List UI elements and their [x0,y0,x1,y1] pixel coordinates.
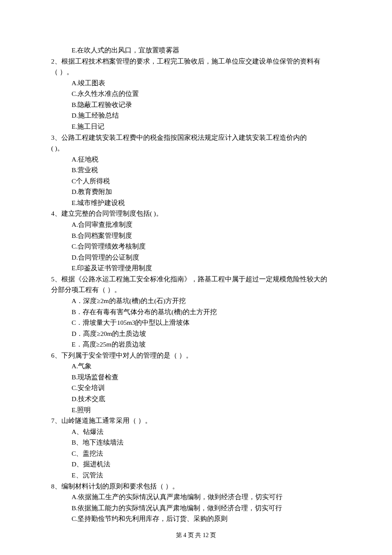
option-b: B.依据施工能力的实际情况认真严肃地编制，做到经济合理，切实可行 [51,503,341,514]
question-3: 3、公路工程建筑安装工程费中的税金指按国家税法规定应计入建筑安装工程造价内的 (… [51,132,341,208]
option-b: B.现场监督检查 [51,372,341,383]
question-4: 4、建立完整的合同管理制度包括( )。 A.合同审查批准制度 B.合同档案管理制… [51,208,341,273]
option-d: D.技术交底 [51,393,341,405]
option-a: A．深度≥2m的基坑(槽)的土(石)方开挖 [51,295,341,306]
option-a: A、钻爆法 [51,426,341,437]
stem-text: 根据《公路水运工程施工安全标准化指南》，路基工程中属于超过一定规模危险性较大的 [61,275,327,283]
option-b: B、地下连续墙法 [51,437,341,448]
option-a: A.竣工图表 [51,78,341,89]
stem-continuation: 分部分项工程有（ ）。 [51,284,341,295]
stem-text: 编制材料计划的原则和要求包括（ ）。 [61,483,179,490]
option-b: B.营业税 [51,165,341,176]
option-e: E．高度≥25m的岩质边坡 [51,339,341,350]
question-6: 6、下列属于安全管理中对人的管理的是（ ）。 A.气象 B.现场监督检查 C.安… [51,350,341,415]
question-number: 3、 [51,134,61,141]
question-number: 4、 [51,210,61,217]
stem-continuation: （ ）。 [51,66,341,78]
question-2: 2、根据工程技术档案管理的要求，工程完工验收后，施工单位应交建设单位保管的资料有… [51,56,341,132]
question-stem: 6、下列属于安全管理中对人的管理的是（ ）。 [51,350,341,361]
stem-text: 根据工程技术档案管理的要求，工程完工验收后，施工单位应交建设单位保管的资料有 [61,58,320,65]
option-c: C.合同管理绩效考核制度 [51,241,341,252]
option-b: B．存在有毒有害气体分布的基坑(槽)的土方开挖 [51,306,341,318]
option-d: D．高度≥20m的土质边坡 [51,328,341,339]
option-e: E.施工日记 [51,121,341,132]
question-number: 8、 [51,483,61,490]
option-a: A.征地税 [51,154,341,165]
document-page: E.在吹人式的出风口，宜放置喷雾器 2、根据工程技术档案管理的要求，工程完工验收… [0,0,392,555]
option-a: A.合同审查批准制度 [51,219,341,230]
question-stem: 7、山岭隧道施工通常采用（ ）。 [51,415,341,426]
stem-text: 山岭隧道施工通常采用（ ）。 [61,417,152,424]
option-c: C.安全培训 [51,382,341,393]
option-c: C.永久性水准点的位置 [51,88,341,99]
question-stem: 3、公路工程建筑安装工程费中的税金指按国家税法规定应计入建筑安装工程造价内的 [51,132,341,143]
option-b: B.隐蔽工程验收记录 [51,99,341,110]
stem-text: 建立完整的合同管理制度包括( )。 [61,210,163,217]
option-c: C．滑坡量大于105m3的中型以上滑坡体 [51,317,341,328]
question-stem: 2、根据工程技术档案管理的要求，工程完工验收后，施工单位应交建设单位保管的资料有 [51,56,341,67]
option-c: C个人所得税 [51,176,341,187]
option-d: D.施工经验总结 [51,110,341,121]
option-d: D.教育费附加 [51,186,341,197]
question-stem: 4、建立完整的合同管理制度包括( )。 [51,208,341,219]
question-7: 7、山岭隧道施工通常采用（ ）。 A、钻爆法 B、地下连续墙法 C、盖挖法 D、… [51,415,341,480]
option-a: A.气象 [51,361,341,372]
option-c: C.坚持勤俭节约和先利用库存，后订货、采购的原则 [51,513,341,524]
question-stem: 5、根据《公路水运工程施工安全标准化指南》，路基工程中属于超过一定规模危险性较大… [51,274,341,285]
option-e: E.城市维护建设税 [51,197,341,208]
page-footer: 第 4 页 共 12 页 [0,530,392,540]
option-d: D、掘进机法 [51,459,341,470]
question-number: 7、 [51,417,61,424]
question-number: 5、 [51,275,61,283]
question-8: 8、编制材料计划的原则和要求包括（ ）。 A.依据施工生产的实际情况认真严肃地编… [51,481,341,524]
question-stem: 8、编制材料计划的原则和要求包括（ ）。 [51,481,341,492]
option-d: D.合同管理的公证制度 [51,252,341,263]
option-b: B.合同档案管理制度 [51,230,341,241]
stem-continuation: ( )。 [51,143,341,154]
option-e: E.印鉴及证书管理使用制度 [51,263,341,274]
stem-text: 公路工程建筑安装工程费中的税金指按国家税法规定应计入建筑安装工程造价内的 [61,134,307,141]
question-5: 5、根据《公路水运工程施工安全标准化指南》，路基工程中属于超过一定规模危险性较大… [51,274,341,350]
question-number: 2、 [51,58,61,65]
option-e: E、沉管法 [51,470,341,481]
option-e: E.照明 [51,405,341,416]
question-number: 6、 [51,352,61,359]
option-a: A.依据施工生产的实际情况认真严肃地编制，做到经济合理，切实可行 [51,491,341,503]
option-c: C、盖挖法 [51,448,341,459]
orphan-option: E.在吹人式的出风口，宜放置喷雾器 [51,45,341,56]
stem-text: 下列属于安全管理中对人的管理的是（ ）。 [61,352,193,359]
